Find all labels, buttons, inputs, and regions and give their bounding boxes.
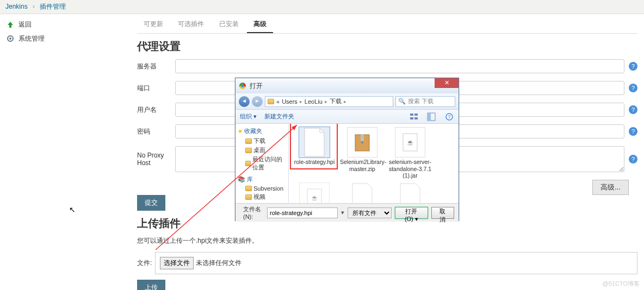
- svg-rect-9: [428, 113, 431, 121]
- help-icon[interactable]: ?: [629, 155, 637, 163]
- filetype-select[interactable]: 所有文件: [348, 207, 392, 218]
- folder-icon: [245, 161, 251, 166]
- dialog-address-bar: ◄ ► « Users▸ LeoLiu▸ 下载▸ 🔍 搜索 下载: [236, 93, 459, 110]
- organize-button[interactable]: 组织 ▾: [240, 112, 257, 121]
- chrome-icon: [239, 82, 246, 90]
- nav-fwd-button[interactable]: ►: [252, 96, 263, 107]
- advanced-button[interactable]: 高级...: [592, 180, 629, 195]
- library-icon: 📚: [238, 176, 245, 183]
- file-item[interactable]: role-strategy.hpi: [292, 127, 337, 179]
- view-icon[interactable]: [410, 112, 419, 121]
- help-icon[interactable]: ?: [444, 112, 454, 121]
- server-input[interactable]: [175, 59, 624, 73]
- file-thumb: ☕: [299, 182, 330, 203]
- help-icon[interactable]: ?: [629, 84, 637, 92]
- dialog-toolbar: 组织 ▾ 新建文件夹 ?: [236, 110, 459, 124]
- new-folder-button[interactable]: 新建文件夹: [264, 112, 294, 121]
- close-button[interactable]: ✕: [435, 78, 459, 88]
- arrow-up-icon: [5, 20, 15, 29]
- watermark: @51CTO博客: [603, 280, 640, 288]
- sidebar-back[interactable]: 返回: [5, 17, 125, 31]
- sidebar-sysmgmt[interactable]: 系统管理: [5, 31, 125, 46]
- dialog-title: 打开: [250, 81, 263, 91]
- star-icon: ★: [238, 128, 243, 134]
- preview-icon[interactable]: [427, 112, 437, 121]
- file-thumb: [347, 127, 377, 157]
- help-icon[interactable]: ?: [629, 105, 637, 114]
- svg-text:☕: ☕: [311, 194, 318, 201]
- file-thumb: [395, 182, 425, 203]
- file-item[interactable]: [388, 182, 432, 203]
- tab-updates[interactable]: 可更新: [137, 16, 170, 32]
- search-placeholder: 搜索 下载: [408, 97, 434, 105]
- svg-rect-14: [361, 141, 363, 143]
- nav-videos[interactable]: 视频: [238, 192, 286, 201]
- file-name: selenium-server-standalone-3.7.1 (1).jar: [388, 159, 432, 179]
- submit-button[interactable]: 提交: [137, 195, 165, 211]
- file-item[interactable]: Selenium2Library-master.zip: [340, 127, 385, 179]
- address-box[interactable]: « Users▸ LeoLiu▸ 下载▸: [265, 96, 393, 107]
- tab-available[interactable]: 可选插件: [171, 16, 210, 32]
- sidebar-back-label: 返回: [18, 20, 32, 29]
- dialog-titlebar[interactable]: 打开 ✕: [236, 78, 459, 93]
- noproxy-label: No Proxy Host: [137, 152, 175, 167]
- folder-icon: [245, 194, 252, 200]
- sidebar: 返回 系统管理: [0, 12, 131, 51]
- file-thumb: [299, 127, 330, 157]
- file-item[interactable]: [340, 182, 385, 203]
- folder-icon: [268, 99, 274, 104]
- folder-icon: [245, 138, 252, 144]
- user-label: 用户名: [137, 105, 175, 115]
- breadcrumb-sep: ›: [33, 3, 35, 10]
- file-name: role-strategy.hpi: [292, 159, 337, 166]
- breadcrumb-page[interactable]: 插件管理: [40, 3, 66, 10]
- folder-icon: [245, 186, 252, 191]
- dialog-file-list[interactable]: role-strategy.hpi Selenium2Library-maste…: [289, 124, 459, 203]
- dialog-nav-tree: ★收藏夹 下载 桌面 最近访问的位置 📚库 Subversion 视频 图片 文…: [236, 124, 289, 203]
- favorites-group[interactable]: ★收藏夹: [238, 127, 286, 135]
- libraries-group[interactable]: 📚库: [238, 175, 286, 184]
- upload-button[interactable]: 上传: [137, 280, 165, 290]
- nav-downloads[interactable]: 下载: [238, 136, 286, 146]
- addr-seg[interactable]: 下载: [330, 97, 342, 105]
- nav-pictures[interactable]: 图片: [238, 201, 286, 203]
- dialog-footer: 文件名(N): ▾ 所有文件 打开(O) ▾ 取消: [236, 203, 459, 222]
- svg-text:?: ?: [448, 114, 450, 119]
- svg-rect-6: [410, 117, 413, 119]
- tabs: 可更新 可选插件 已安装 高级: [137, 16, 637, 34]
- svg-rect-5: [414, 114, 418, 116]
- filename-input[interactable]: [267, 207, 338, 218]
- nav-recent[interactable]: 最近访问的位置: [238, 155, 286, 172]
- file-thumb: [347, 182, 377, 203]
- file-name: Selenium2Library-master.zip: [340, 159, 385, 172]
- help-icon[interactable]: ?: [629, 62, 637, 71]
- tab-installed[interactable]: 已安装: [213, 16, 245, 32]
- tab-advanced[interactable]: 高级: [247, 16, 273, 33]
- server-label: 服务器: [137, 62, 175, 71]
- search-box[interactable]: 🔍 搜索 下载: [395, 96, 455, 107]
- file-item[interactable]: ☕: [292, 182, 337, 203]
- help-icon[interactable]: ?: [629, 127, 637, 136]
- cursor-icon: ↖: [69, 205, 76, 214]
- svg-point-1: [9, 37, 11, 40]
- cancel-button[interactable]: 取消: [431, 207, 454, 219]
- addr-seg[interactable]: Users: [282, 98, 298, 105]
- nav-subversion[interactable]: Subversion: [238, 185, 286, 192]
- nav-back-button[interactable]: ◄: [239, 96, 250, 107]
- search-icon: 🔍: [398, 98, 406, 105]
- file-item[interactable]: ☕ selenium-server-standalone-3.7.1 (1).j…: [388, 127, 432, 179]
- choose-file-button[interactable]: 选择文件: [160, 257, 194, 269]
- no-file-text: 未选择任何文件: [196, 259, 242, 268]
- file-label: 文件:: [137, 259, 152, 268]
- open-button[interactable]: 打开(O) ▾: [395, 207, 428, 219]
- dialog-body: ★收藏夹 下载 桌面 最近访问的位置 📚库 Subversion 视频 图片 文…: [236, 124, 459, 203]
- addr-seg[interactable]: «: [276, 98, 280, 105]
- addr-seg[interactable]: LeoLiu: [305, 98, 323, 105]
- file-thumb: ☕: [395, 127, 425, 157]
- nav-desktop[interactable]: 桌面: [238, 146, 286, 155]
- svg-rect-4: [410, 114, 413, 116]
- password-label: 密码: [137, 127, 175, 136]
- breadcrumb-root[interactable]: Jenkins: [5, 3, 28, 10]
- sidebar-sysmgmt-label: 系统管理: [18, 34, 45, 43]
- svg-rect-7: [414, 117, 418, 119]
